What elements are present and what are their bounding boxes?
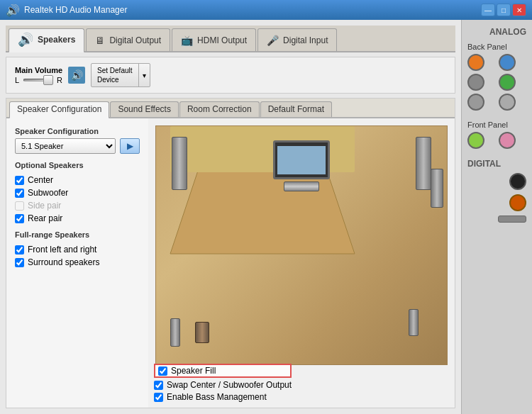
volume-label: Main Volume <box>15 66 62 74</box>
digital-input-icon: 🎤 <box>267 35 279 46</box>
monitor <box>273 140 330 179</box>
tab-speakers-label: Speakers <box>38 35 75 45</box>
rear-pair-checkbox[interactable] <box>15 214 24 223</box>
enable-bass-row: Enable Bass Management <box>154 392 292 402</box>
front-lr-checkbox[interactable] <box>15 245 24 254</box>
blue-jack[interactable] <box>499 54 516 71</box>
subtab-speaker-config[interactable]: Speaker Configuration <box>9 101 109 118</box>
fullrange-section: Full-range Speakers Front left and right… <box>15 230 140 267</box>
window-controls: — □ ✕ <box>481 4 526 16</box>
side-pair-label: Side pair <box>28 201 61 211</box>
set-default-dropdown[interactable]: ▾ <box>139 64 150 86</box>
maximize-button[interactable]: □ <box>497 4 511 16</box>
rear-pair-label: Rear pair <box>28 213 62 223</box>
title-bar: 🔊 Realtek HD Audio Manager — □ ✕ <box>0 0 532 20</box>
back-panel-title: Back Panel <box>467 43 526 51</box>
center-checkbox[interactable] <box>15 176 24 185</box>
center-checkbox-row: Center <box>15 175 140 185</box>
tab-digital-output[interactable]: 🖥 Digital Output <box>86 28 170 51</box>
tab-digital-input[interactable]: 🎤 Digital Input <box>257 28 337 51</box>
app-icon: 🔊 <box>6 4 20 17</box>
optional-speakers-label: Optional Speakers <box>15 161 140 169</box>
speaker-fill-checkbox[interactable] <box>158 367 167 376</box>
front-panel-jacks <box>467 132 526 149</box>
monitor-screen <box>277 146 326 174</box>
speaker-controls: Speaker Configuration 5.1 Speaker Stereo… <box>6 118 148 408</box>
close-button[interactable]: ✕ <box>512 4 526 16</box>
back-panel-section: Back Panel <box>467 43 526 116</box>
volume-mute-button[interactable]: 🔊 <box>68 67 85 84</box>
play-test-button[interactable]: ▶ <box>120 138 140 154</box>
digital-jacks <box>467 173 526 223</box>
pink-jack[interactable] <box>499 132 516 149</box>
app-title: Realtek HD Audio Manager <box>24 5 481 15</box>
subwoofer-label: Subwoofer <box>28 188 68 198</box>
surround-label: Surround speakers <box>28 257 99 267</box>
speaker-right-front[interactable] <box>416 137 431 190</box>
rear-pair-checkbox-row: Rear pair <box>15 213 140 223</box>
speaker-rear-right2[interactable] <box>409 309 419 336</box>
stage <box>155 125 448 365</box>
subtab-room-correction[interactable]: Room Correction <box>179 101 260 117</box>
green-jack[interactable] <box>499 74 516 91</box>
volume-slider-track <box>23 79 52 82</box>
volume-section: Main Volume L R 🔊 Set DefaultDevice ▾ <box>6 57 455 94</box>
svg-marker-0 <box>170 169 355 254</box>
gray3-jack[interactable] <box>499 94 516 111</box>
tab-digital-output-label: Digital Output <box>109 35 161 45</box>
front-lr-checkbox-row: Front left and right <box>15 245 140 254</box>
swap-center-row: Swap Center / Subwoofer Output <box>154 380 292 390</box>
side-pair-checkbox-row: Side pair <box>15 201 140 211</box>
swap-center-label: Swap Center / Subwoofer Output <box>167 380 292 390</box>
gray2-jack[interactable] <box>467 94 484 111</box>
optional-speakers-section: Optional Speakers Center Subwoofer Side … <box>15 161 140 223</box>
subwoofer-checkbox[interactable] <box>15 189 24 198</box>
surround-checkbox[interactable] <box>15 258 24 267</box>
digital-title: DIGITAL <box>467 159 526 169</box>
enable-bass-checkbox[interactable] <box>154 393 163 402</box>
speakers-icon: 🔊 <box>18 32 33 47</box>
swap-center-checkbox[interactable] <box>154 381 163 390</box>
subwoofer[interactable] <box>195 322 209 343</box>
orange-jack[interactable] <box>467 54 484 71</box>
sub-tabs: Speaker Configuration Sound Effects Room… <box>6 99 455 118</box>
speaker-panel: Speaker Configuration 5.1 Speaker Stereo… <box>6 118 455 408</box>
lime-jack[interactable] <box>467 132 484 149</box>
tab-hdmi-output[interactable]: 📺 HDMI Output <box>172 28 256 51</box>
set-default-device-button[interactable]: Set DefaultDevice ▾ <box>91 63 150 87</box>
back-panel-jacks <box>467 54 526 111</box>
side-pair-checkbox <box>15 201 24 211</box>
speaker-right-rear[interactable] <box>431 169 443 208</box>
subtab-default-format[interactable]: Default Format <box>260 101 332 117</box>
content-area: Speaker Configuration Sound Effects Room… <box>6 98 455 408</box>
tab-digital-input-label: Digital Input <box>283 35 328 45</box>
config-select-row: 5.1 Speaker Stereo Quadraphonic 7.1 Spea… <box>15 138 140 154</box>
front-panel-section: Front Panel <box>467 121 526 155</box>
speaker-config-section: Speaker Configuration 5.1 Speaker Stereo… <box>15 127 140 154</box>
speaker-left-rear[interactable] <box>170 318 180 347</box>
speaker-config-select[interactable]: 5.1 Speaker Stereo Quadraphonic 7.1 Spea… <box>15 138 116 154</box>
right-panel: ANALOG Back Panel Front Panel DIGITAL <box>461 20 532 414</box>
speaker-fill-row: Speaker Fill <box>154 364 292 378</box>
tab-speakers[interactable]: 🔊 Speakers <box>9 28 84 52</box>
r-label: R <box>57 76 62 84</box>
digital-output-icon: 🖥 <box>95 35 105 46</box>
subtab-sound-effects[interactable]: Sound Effects <box>110 101 179 117</box>
tab-hdmi-label: HDMI Output <box>197 35 247 45</box>
speaker-left-front[interactable] <box>172 137 187 190</box>
enable-bass-label: Enable Bass Management <box>167 392 267 402</box>
speaker-center[interactable] <box>284 181 319 191</box>
digital-bar-jack[interactable] <box>498 216 526 223</box>
digital-orange-jack[interactable] <box>509 194 526 211</box>
volume-slider-thumb[interactable] <box>43 75 53 85</box>
gray-jack[interactable] <box>467 74 484 91</box>
speaker-config-label: Speaker Configuration <box>15 127 140 135</box>
speaker-fill-label: Speaker Fill <box>171 366 216 376</box>
digital-section: DIGITAL <box>467 159 526 223</box>
hdmi-icon: 📺 <box>181 35 193 46</box>
minimize-button[interactable]: — <box>481 4 495 16</box>
analog-title: ANALOG <box>489 27 526 37</box>
main-container: 🔊 Speakers 🖥 Digital Output 📺 HDMI Outpu… <box>0 20 532 414</box>
digital-black-jack[interactable] <box>509 173 526 190</box>
set-default-label[interactable]: Set DefaultDevice <box>92 64 138 86</box>
